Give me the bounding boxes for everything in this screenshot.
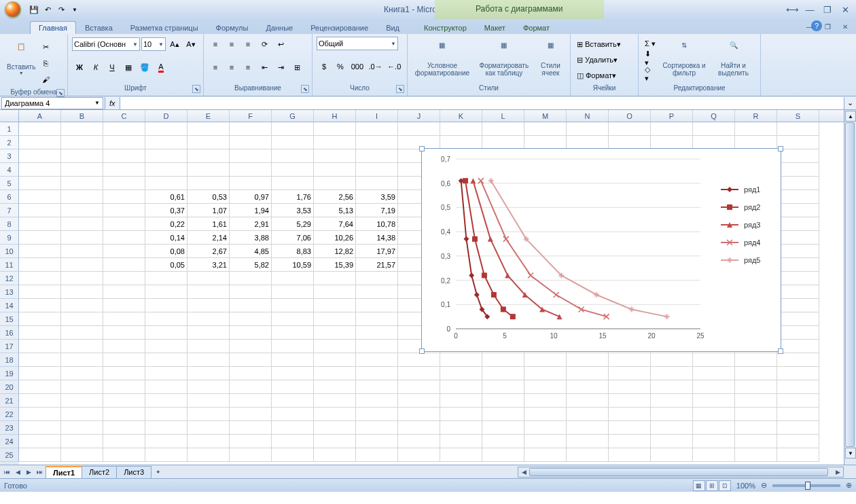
fill-icon[interactable]: ⬇ ▾ <box>643 51 658 66</box>
chart-handle[interactable] <box>778 146 783 151</box>
cell[interactable] <box>777 367 819 380</box>
cell[interactable] <box>272 177 314 190</box>
cell[interactable] <box>230 122 272 136</box>
row-header[interactable]: 6 <box>0 190 19 204</box>
cell[interactable] <box>609 136 651 149</box>
cell[interactable] <box>482 394 524 408</box>
redo-icon[interactable]: ↷ <box>56 4 67 15</box>
cell[interactable] <box>440 394 482 408</box>
cell[interactable]: 3,53 <box>272 204 314 217</box>
column-header[interactable]: C <box>103 110 145 122</box>
save-icon[interactable]: 💾 <box>29 4 39 15</box>
doc-close-button[interactable]: ✕ <box>837 20 853 33</box>
cell[interactable] <box>103 380 145 394</box>
scroll-right-icon[interactable]: ▶ <box>832 467 843 478</box>
cell[interactable] <box>356 408 398 421</box>
cell[interactable] <box>230 448 272 462</box>
cell[interactable] <box>524 122 567 136</box>
cell[interactable] <box>188 285 230 299</box>
cell[interactable] <box>356 353 398 367</box>
cell[interactable] <box>103 258 145 272</box>
cell[interactable] <box>651 353 693 367</box>
cell[interactable] <box>777 217 819 231</box>
cell[interactable] <box>777 190 819 204</box>
cell[interactable] <box>314 408 356 421</box>
cell[interactable] <box>398 380 440 394</box>
scroll-left-icon[interactable]: ◀ <box>518 467 529 478</box>
cell[interactable] <box>19 245 61 258</box>
cell[interactable] <box>19 380 61 394</box>
cell[interactable] <box>693 380 735 394</box>
cell[interactable]: 21,57 <box>356 258 398 272</box>
cell[interactable] <box>272 340 314 353</box>
cell[interactable] <box>230 353 272 367</box>
cell[interactable] <box>440 435 482 448</box>
doc-minimize-button[interactable]: — <box>802 20 818 33</box>
cell[interactable] <box>61 177 103 190</box>
minimize-button[interactable]: — <box>802 3 818 16</box>
cell[interactable] <box>19 285 61 299</box>
zoom-out-icon[interactable]: ⊖ <box>761 481 767 490</box>
cell[interactable] <box>230 421 272 435</box>
cell[interactable] <box>61 272 103 285</box>
cell[interactable] <box>188 312 230 326</box>
cell[interactable]: 0,37 <box>145 204 188 217</box>
decrease-decimal-icon[interactable]: ←.0 <box>385 59 403 74</box>
cell[interactable] <box>61 231 103 245</box>
cell[interactable] <box>19 217 61 231</box>
cell[interactable] <box>356 394 398 408</box>
cell[interactable] <box>61 258 103 272</box>
cell[interactable] <box>230 163 272 177</box>
cell[interactable] <box>398 435 440 448</box>
cell[interactable] <box>188 394 230 408</box>
cell[interactable]: 5,13 <box>314 204 356 217</box>
normal-view-icon[interactable]: ▦ <box>693 480 705 491</box>
cell[interactable] <box>693 435 735 448</box>
cell[interactable]: 5,82 <box>230 258 272 272</box>
cell[interactable] <box>103 408 145 421</box>
resize-both-icon[interactable]: ⟷ <box>784 3 800 16</box>
cell[interactable] <box>145 435 188 448</box>
cell[interactable] <box>145 408 188 421</box>
format-painter-icon[interactable]: 🖌 <box>38 72 53 87</box>
cell[interactable] <box>777 177 819 190</box>
cell[interactable] <box>356 340 398 353</box>
cell[interactable] <box>398 394 440 408</box>
cell[interactable] <box>398 448 440 462</box>
cell[interactable] <box>482 353 524 367</box>
cell[interactable] <box>230 149 272 163</box>
cell[interactable] <box>103 149 145 163</box>
cell[interactable] <box>314 380 356 394</box>
cell[interactable] <box>61 367 103 380</box>
paste-button[interactable]: 📋 Вставить ▼ <box>4 37 38 82</box>
expand-formula-bar-icon[interactable]: ⌄ <box>844 97 856 109</box>
column-header[interactable]: P <box>651 110 693 122</box>
cell[interactable] <box>440 380 482 394</box>
tab-Данные[interactable]: Данные <box>257 21 302 34</box>
cell[interactable] <box>61 408 103 421</box>
row-header[interactable]: 22 <box>0 408 19 421</box>
cell[interactable] <box>356 312 398 326</box>
cell[interactable] <box>398 421 440 435</box>
cell[interactable] <box>145 312 188 326</box>
cell[interactable] <box>356 326 398 340</box>
cell[interactable]: 15,39 <box>314 258 356 272</box>
cell[interactable] <box>735 136 777 149</box>
cell[interactable] <box>230 408 272 421</box>
cell[interactable] <box>735 421 777 435</box>
row-header[interactable]: 25 <box>0 448 19 462</box>
column-header[interactable]: F <box>230 110 272 122</box>
cell[interactable] <box>103 272 145 285</box>
cell[interactable]: 7,19 <box>356 204 398 217</box>
orientation-icon[interactable]: ⟳ <box>257 37 272 52</box>
cell[interactable] <box>230 312 272 326</box>
cell[interactable] <box>524 408 567 421</box>
row-header[interactable]: 1 <box>0 122 19 136</box>
page-break-view-icon[interactable]: ⊡ <box>719 480 731 491</box>
cell[interactable] <box>145 353 188 367</box>
cell[interactable] <box>103 340 145 353</box>
align-middle-icon[interactable]: ≡ <box>224 37 239 52</box>
cell[interactable] <box>693 448 735 462</box>
underline-button[interactable]: Ч <box>105 60 120 75</box>
zoom-in-icon[interactable]: ⊕ <box>846 481 852 490</box>
